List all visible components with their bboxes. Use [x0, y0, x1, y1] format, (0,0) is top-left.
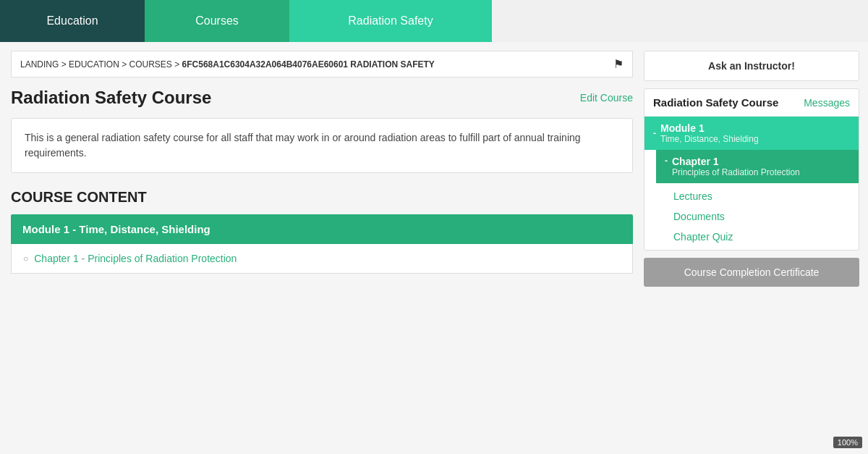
ask-instructor-button[interactable]: Ask an Instructor!: [644, 51, 859, 81]
breadcrumb: LANDING > EDUCATION > COURSES > 6FC568A1…: [11, 51, 633, 77]
breadcrumb-sep2: >: [122, 59, 129, 70]
sidebar-chapter-info: Chapter 1 Principles of Radiation Protec…: [672, 156, 800, 177]
certificate-button[interactable]: Course Completion Certificate: [644, 258, 859, 287]
sidebar-module-toggle: -: [653, 128, 656, 138]
chapter-dash: -: [79, 253, 88, 264]
sidebar-chapter[interactable]: - Chapter 1 Principles of Radiation Prot…: [656, 150, 859, 183]
sidebar-course-panel: Radiation Safety Course Messages - Modul…: [644, 88, 859, 251]
sidebar-module-subtitle: Time, Distance, Shielding: [660, 134, 759, 144]
chapter-prefix: Chapter 1: [34, 253, 78, 264]
breadcrumb-text: LANDING > EDUCATION > COURSES > 6FC568A1…: [20, 59, 435, 70]
sidebar-panel-header: Radiation Safety Course Messages: [644, 89, 859, 117]
breadcrumb-sep3: >: [174, 59, 182, 70]
course-title: Radiation Safety Course: [11, 88, 211, 108]
sidebar-sub-items: Lectures Documents Chapter Quiz: [644, 183, 859, 250]
breadcrumb-landing[interactable]: LANDING: [20, 59, 59, 70]
sidebar-module-name: Module 1: [660, 122, 759, 134]
main-content: LANDING > EDUCATION > COURSES > 6FC568A1…: [0, 42, 644, 295]
sidebar-chapter-toggle: -: [665, 156, 668, 166]
tab-courses-label: Courses: [195, 14, 239, 28]
tab-education-label: Education: [46, 14, 98, 28]
module-bar[interactable]: Module 1 - Time, Distance, Shielding: [11, 214, 633, 244]
chapter-link[interactable]: Chapter 1 - Principles of Radiation Prot…: [34, 253, 237, 264]
course-header: Radiation Safety Course Edit Course: [11, 88, 633, 108]
sidebar-sub-item-documents[interactable]: Documents: [668, 206, 859, 227]
chapter-item: ○ Chapter 1 - Principles of Radiation Pr…: [23, 253, 621, 264]
breadcrumb-current: 6FC568A1C6304A32A064B4076AE60601 RADIATI…: [182, 59, 435, 70]
chapter-bullet: ○: [23, 253, 28, 264]
sidebar-module[interactable]: - Module 1 Time, Distance, Shielding: [644, 117, 859, 150]
course-content-heading: COURSE CONTENT: [11, 189, 633, 206]
page-body: LANDING > EDUCATION > COURSES > 6FC568A1…: [0, 42, 868, 295]
nav-tabs: Education Courses Radiation Safety: [0, 0, 868, 42]
tab-radiation-label: Radiation Safety: [348, 14, 433, 28]
course-description-text: This is a general radiation safety cours…: [25, 130, 619, 161]
course-description: This is a general radiation safety cours…: [11, 118, 633, 173]
breadcrumb-sep1: >: [61, 59, 69, 70]
sidebar-messages-link[interactable]: Messages: [804, 97, 850, 109]
breadcrumb-education[interactable]: EDUCATION: [69, 59, 119, 70]
nav-empty-area: [492, 0, 868, 42]
sidebar: Ask an Instructor! Radiation Safety Cour…: [644, 42, 868, 295]
chapter-name: Principles of Radiation Protection: [88, 253, 237, 264]
edit-course-link[interactable]: Edit Course: [580, 92, 633, 104]
sidebar-module-info: Module 1 Time, Distance, Shielding: [660, 122, 759, 144]
sidebar-course-name: Radiation Safety Course: [653, 96, 778, 109]
tab-radiation[interactable]: Radiation Safety: [289, 0, 492, 42]
tab-courses[interactable]: Courses: [145, 0, 289, 42]
breadcrumb-courses[interactable]: COURSES: [129, 59, 172, 70]
sidebar-sub-item-chapter-quiz[interactable]: Chapter Quiz: [668, 227, 859, 247]
chapter-item-container: ○ Chapter 1 - Principles of Radiation Pr…: [11, 244, 633, 274]
sidebar-chapter-name: Chapter 1: [672, 156, 800, 167]
bookmark-icon[interactable]: ⚑: [613, 57, 624, 71]
sidebar-chapter-subtitle: Principles of Radiation Protection: [672, 167, 800, 177]
sidebar-sub-item-lectures[interactable]: Lectures: [668, 186, 859, 206]
tab-education[interactable]: Education: [0, 0, 145, 42]
